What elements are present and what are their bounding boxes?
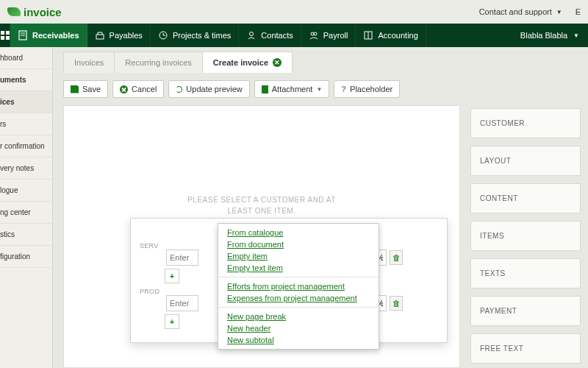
- panel-texts[interactable]: TEXTS: [470, 258, 581, 289]
- sidebar-item-label: logue: [0, 186, 18, 194]
- brand-name: invoice: [24, 6, 62, 18]
- sidebar-item-label: stics: [0, 230, 15, 238]
- menu-new-page-break[interactable]: New page break: [218, 311, 379, 322]
- svg-rect-2: [1, 36, 4, 40]
- refresh-icon: [176, 86, 182, 93]
- main-area: Invoices Recurring invoices Create invoi…: [53, 47, 588, 368]
- delete-row-button[interactable]: 🗑: [390, 250, 403, 265]
- panel-label: LAYOUT: [480, 157, 511, 165]
- grid-icon: [0, 30, 10, 40]
- canvas-placeholder-message: PLEASE SELECT A CUSTOMER AND AT LEAST ON…: [76, 194, 448, 216]
- panel-label: FREE TEXT: [480, 344, 523, 353]
- panel-label: ITEMS: [480, 232, 504, 240]
- toolbar: Save Cancel Update preview Attachment▼ ?…: [60, 73, 588, 105]
- save-icon: [71, 85, 79, 93]
- nav-contacts[interactable]: Contacts: [239, 24, 301, 47]
- close-tab-icon[interactable]: ✕: [273, 58, 282, 67]
- sidebar-item-catalogue[interactable]: logue: [0, 180, 52, 202]
- nav-user-menu[interactable]: Blabla Blabla ▼: [512, 24, 588, 47]
- add-item-menu: From catalogue From document Empty item …: [218, 223, 379, 350]
- panel-label: CONTENT: [480, 194, 518, 202]
- service-name-input[interactable]: [166, 250, 198, 266]
- sidebar-item-dashboard[interactable]: hboard: [0, 47, 52, 69]
- add-product-button[interactable]: +: [165, 314, 179, 329]
- delete-row-button[interactable]: 🗑: [390, 296, 403, 311]
- svg-point-10: [311, 32, 314, 35]
- panel-free-text[interactable]: FREE TEXT: [470, 333, 581, 364]
- menu-empty-text-item[interactable]: Empty text item: [218, 262, 379, 274]
- svg-rect-0: [1, 31, 4, 35]
- svg-rect-1: [6, 31, 10, 35]
- tab-create-invoice[interactable]: Create invoice ✕: [202, 52, 293, 73]
- nav-accounting[interactable]: Accounting: [356, 24, 426, 47]
- menu-from-catalogue[interactable]: From catalogue: [218, 227, 379, 238]
- content: PLEASE SELECT A CUSTOMER AND AT LEAST ON…: [60, 105, 588, 368]
- panel-label: CUSTOMER: [480, 119, 525, 127]
- question-icon: ?: [341, 85, 346, 93]
- nav-home-button[interactable]: [0, 24, 10, 47]
- nav-payroll-label: Payroll: [323, 31, 348, 40]
- nav-payroll[interactable]: Payroll: [301, 24, 356, 47]
- add-service-button[interactable]: +: [165, 269, 179, 283]
- placeholder-button[interactable]: ?Placeholder: [334, 80, 400, 98]
- tab-recurring-invoices[interactable]: Recurring invoices: [114, 52, 202, 73]
- contacts-icon: [246, 30, 257, 40]
- svg-point-9: [250, 32, 254, 36]
- clock-icon: [158, 30, 168, 40]
- panel-content[interactable]: CONTENT: [470, 183, 581, 213]
- sidebar-item-documents[interactable]: uments: [0, 69, 52, 91]
- caret-down-icon: ▼: [573, 32, 579, 39]
- nav-payables[interactable]: Payables: [87, 24, 151, 47]
- tab-bar: Invoices Recurring invoices Create invoi…: [60, 47, 588, 73]
- panel-layout[interactable]: LAYOUT: [470, 146, 581, 176]
- menu-divider: [218, 307, 379, 308]
- menu-efforts-pm[interactable]: Efforts from project management: [218, 280, 379, 292]
- sidebar-item-configuration[interactable]: figuration: [0, 246, 52, 268]
- nav-projects[interactable]: Projects & times: [151, 24, 239, 47]
- update-preview-button[interactable]: Update preview: [168, 80, 249, 98]
- menu-new-header[interactable]: New header: [218, 322, 379, 334]
- nav-projects-label: Projects & times: [173, 31, 231, 40]
- sidebar-item-offers[interactable]: rs: [0, 113, 52, 135]
- sidebar: hboard uments ices rs r confirmation ver…: [0, 47, 53, 368]
- sidebar-item-statistics[interactable]: stics: [0, 224, 52, 246]
- menu-expenses-pm[interactable]: Expenses from project management: [218, 292, 379, 304]
- payroll-icon: [309, 30, 319, 40]
- tray-icon: [95, 30, 105, 40]
- nav-receivables[interactable]: Receivables: [10, 24, 87, 47]
- attachment-icon: [262, 85, 268, 93]
- button-label: Update preview: [186, 85, 242, 93]
- panel-customer[interactable]: CUSTOMER: [470, 108, 581, 138]
- panel-payment[interactable]: PAYMENT: [470, 296, 581, 326]
- svg-point-11: [314, 32, 317, 35]
- topbar: invoice Contact and support ▼ E: [0, 0, 588, 24]
- menu-divider: [218, 277, 379, 277]
- sidebar-item-dunning-center[interactable]: ng center: [0, 202, 52, 224]
- menu-new-subtotal[interactable]: New subtotal: [218, 334, 379, 346]
- button-label: Save: [82, 85, 101, 93]
- nav-payables-label: Payables: [110, 31, 143, 40]
- contact-support-button[interactable]: Contact and support ▼: [479, 7, 562, 16]
- product-name-input[interactable]: [166, 295, 198, 311]
- tab-label: Recurring invoices: [125, 58, 191, 67]
- cancel-button[interactable]: Cancel: [112, 80, 164, 98]
- panel-label: PAYMENT: [480, 307, 517, 315]
- sidebar-item-label: uments: [0, 76, 26, 84]
- save-button[interactable]: Save: [63, 80, 108, 98]
- sidebar-item-label: rs: [0, 120, 6, 128]
- tab-label: Create invoice: [213, 58, 268, 67]
- nav-accounting-label: Accounting: [378, 31, 417, 40]
- sidebar-item-order-confirmation[interactable]: r confirmation: [0, 135, 52, 158]
- menu-empty-item[interactable]: Empty item: [218, 250, 379, 262]
- attachment-button[interactable]: Attachment▼: [254, 80, 330, 98]
- svg-rect-3: [6, 36, 10, 40]
- button-label: Placeholder: [350, 85, 392, 93]
- tab-invoices[interactable]: Invoices: [63, 52, 115, 73]
- main-navbar: Receivables Payables Projects & times Co…: [0, 24, 588, 47]
- button-label: Attachment: [272, 85, 313, 93]
- menu-from-document[interactable]: From document: [218, 238, 379, 250]
- panel-items[interactable]: ITEMS: [470, 221, 581, 251]
- sidebar-item-invoices[interactable]: ices: [0, 91, 52, 113]
- sidebar-item-label: ices: [0, 98, 14, 106]
- sidebar-item-delivery-notes[interactable]: very notes: [0, 158, 52, 180]
